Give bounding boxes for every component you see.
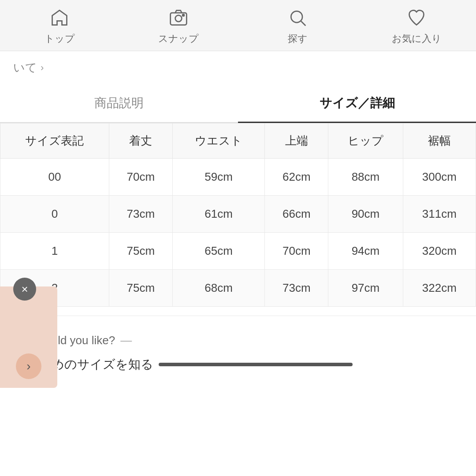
size-table-container: サイズ表記 着丈 ウエスト 上端 ヒップ 裾幅 0070cm59cm62cm88…	[0, 123, 476, 307]
table-cell-2-5: 320cm	[403, 233, 476, 270]
nav-label-favorites: お気に入り	[392, 32, 442, 45]
bottom-section: size would you like? — おすすめのサイズを知る	[0, 316, 476, 382]
heart-icon	[407, 8, 426, 30]
progress-bar	[159, 363, 353, 366]
table-cell-0-1: 70cm	[109, 159, 172, 196]
table-header-row: サイズ表記 着丈 ウエスト 上端 ヒップ 裾幅	[0, 123, 476, 159]
panel-chevron-button[interactable]: ›	[16, 353, 41, 379]
table-row: 275cm68cm73cm97cm322cm	[0, 270, 476, 307]
table-cell-2-3: 70cm	[265, 233, 328, 270]
close-button[interactable]: ×	[13, 278, 36, 301]
table-cell-2-1: 75cm	[109, 233, 172, 270]
table-cell-1-4: 90cm	[328, 196, 403, 233]
table-cell-0-2: 59cm	[172, 159, 265, 196]
home-icon	[50, 8, 69, 30]
table-row: 175cm65cm70cm94cm320cm	[0, 233, 476, 270]
breadcrumb-text: いて	[13, 60, 37, 75]
nav-item-favorites[interactable]: お気に入り	[381, 8, 452, 45]
size-question-text: size would you like? —	[13, 334, 463, 347]
col-header-hip: ヒップ	[328, 123, 403, 159]
table-cell-0-0: 00	[0, 159, 109, 196]
col-header-size: サイズ表記	[0, 123, 109, 159]
top-navigation: トップ スナップ 探す お気に入り	[0, 0, 476, 51]
tab-size-detail[interactable]: サイズ／詳細	[238, 84, 476, 122]
table-cell-1-3: 66cm	[265, 196, 328, 233]
table-cell-3-3: 73cm	[265, 270, 328, 307]
table-cell-2-4: 94cm	[328, 233, 403, 270]
tab-active-indicator	[238, 122, 476, 123]
table-row: 0070cm59cm62cm88cm300cm	[0, 159, 476, 196]
search-icon	[288, 8, 307, 30]
col-header-hem: 裾幅	[403, 123, 476, 159]
table-cell-3-2: 68cm	[172, 270, 265, 307]
table-cell-0-4: 88cm	[328, 159, 403, 196]
snap-icon	[169, 8, 188, 30]
svg-line-4	[301, 21, 305, 26]
size-recommend-button[interactable]: おすすめのサイズを知る	[13, 356, 463, 373]
col-header-waist: ウエスト	[172, 123, 265, 159]
col-header-length: 着丈	[109, 123, 172, 159]
svg-point-1	[175, 15, 182, 22]
nav-item-snap[interactable]: スナップ	[143, 8, 214, 45]
size-table: サイズ表記 着丈 ウエスト 上端 ヒップ 裾幅 0070cm59cm62cm88…	[0, 123, 476, 307]
nav-label-search: 探す	[288, 32, 308, 45]
table-cell-1-1: 73cm	[109, 196, 172, 233]
svg-point-3	[291, 11, 302, 22]
nav-item-top[interactable]: トップ	[24, 8, 95, 45]
table-cell-1-5: 311cm	[403, 196, 476, 233]
nav-item-search[interactable]: 探す	[262, 8, 333, 45]
popup-panel: × ›	[0, 286, 57, 388]
breadcrumb-chevron: ›	[41, 62, 44, 74]
table-cell-2-2: 65cm	[172, 233, 265, 270]
breadcrumb: いて ›	[0, 51, 476, 84]
nav-label-top: トップ	[45, 32, 75, 45]
panel-image: ›	[0, 286, 57, 388]
table-cell-3-5: 322cm	[403, 270, 476, 307]
table-cell-0-5: 300cm	[403, 159, 476, 196]
table-cell-0-3: 62cm	[265, 159, 328, 196]
col-header-top: 上端	[265, 123, 328, 159]
nav-label-snap: スナップ	[158, 32, 199, 45]
table-cell-3-4: 97cm	[328, 270, 403, 307]
table-cell-3-1: 75cm	[109, 270, 172, 307]
table-cell-2-0: 1	[0, 233, 109, 270]
table-row: 073cm61cm66cm90cm311cm	[0, 196, 476, 233]
tab-bar: 商品説明 サイズ／詳細	[0, 84, 476, 123]
table-cell-1-0: 0	[0, 196, 109, 233]
tab-description[interactable]: 商品説明	[0, 84, 238, 122]
svg-rect-2	[182, 15, 184, 16]
table-cell-1-2: 61cm	[172, 196, 265, 233]
